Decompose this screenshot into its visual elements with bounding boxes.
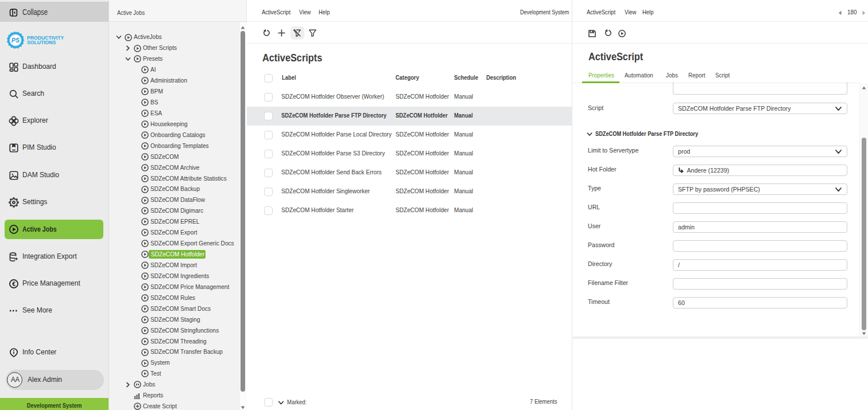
svg-text:PS: PS (11, 37, 20, 44)
svg-text:€: € (12, 280, 16, 287)
